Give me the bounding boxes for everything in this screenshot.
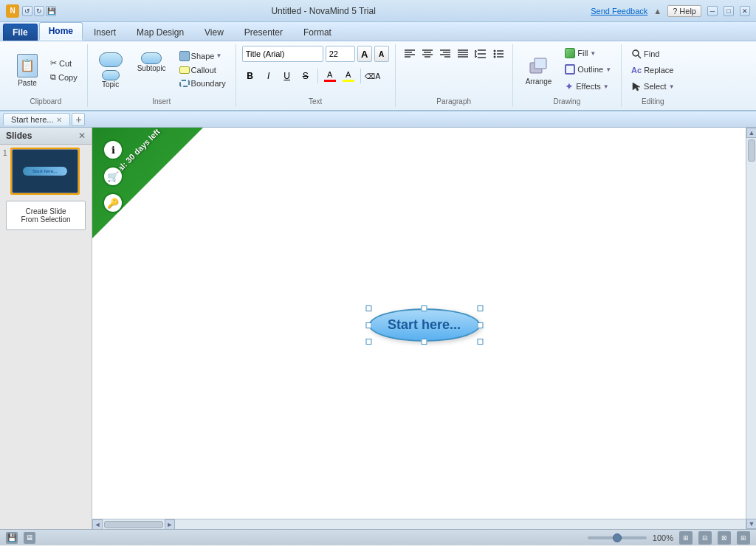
save-status-icon[interactable]: 💾: [6, 532, 18, 544]
handle-top-left[interactable]: [365, 305, 371, 311]
scroll-right-arrow[interactable]: ►: [165, 519, 175, 530]
tab-file[interactable]: File: [3, 24, 38, 41]
boundary-label: Boundary: [191, 79, 226, 88]
handle-mid-right[interactable]: [477, 322, 483, 328]
send-feedback-link[interactable]: Send Feedback: [591, 7, 647, 15]
find-label: Find: [644, 49, 659, 58]
tab-map-design[interactable]: Map Design: [127, 24, 193, 41]
arrange-button[interactable]: Arrange: [519, 46, 559, 94]
shape-callout-boundary: Shape ▼ Callout Boundary: [176, 49, 230, 89]
callout-button[interactable]: Callout: [176, 64, 230, 76]
zoom-thumb[interactable]: [613, 533, 622, 542]
strikethrough-button[interactable]: S: [298, 68, 314, 84]
tab-format[interactable]: Format: [294, 24, 341, 41]
handle-mid-left[interactable]: [365, 322, 371, 328]
tab-presenter[interactable]: Presenter: [235, 24, 292, 41]
view-icon-3[interactable]: ⊞: [737, 531, 750, 545]
highlight-color-button[interactable]: A: [340, 68, 357, 84]
h-scroll-inner: ◄ ►: [92, 519, 746, 529]
underline-button[interactable]: U: [279, 68, 295, 84]
effects-button[interactable]: ✦ Effects ▼: [561, 78, 615, 94]
node-ellipse[interactable]: Start here...: [368, 308, 480, 342]
bold-button[interactable]: B: [242, 68, 258, 84]
paste-button[interactable]: 📋 Paste: [10, 50, 44, 91]
slide-thumb-1: Start here...: [12, 149, 78, 193]
undo-button[interactable]: ↺: [22, 6, 32, 16]
cut-button[interactable]: ✂ Cut: [47, 57, 81, 69]
clipboard-group: 📋 Paste ✂ Cut ⧉ Copy Clipboard: [4, 44, 88, 107]
justify-button[interactable]: [455, 46, 471, 62]
handle-top-right[interactable]: [477, 305, 483, 311]
minimize-button[interactable]: ─: [707, 6, 718, 16]
outline-button[interactable]: Outline ▼: [561, 62, 615, 77]
size-select[interactable]: 22: [326, 46, 355, 62]
text-label: Text: [309, 94, 322, 106]
scroll-down-arrow[interactable]: ▼: [746, 519, 756, 529]
italic-button[interactable]: I: [261, 68, 277, 84]
doc-tab-close-icon[interactable]: ✕: [56, 116, 62, 124]
zoom-slider[interactable]: [588, 536, 647, 539]
subtopic-button[interactable]: Subtopic: [132, 49, 171, 75]
align-right-button[interactable]: [437, 46, 453, 62]
find-button[interactable]: Find: [628, 46, 678, 61]
tab-view[interactable]: View: [195, 24, 233, 41]
scroll-left-arrow[interactable]: ◄: [92, 519, 103, 530]
shrink-font-button[interactable]: A: [374, 46, 389, 62]
restore-button[interactable]: □: [724, 6, 734, 16]
paste-label: Paste: [18, 79, 37, 87]
trial-cart-icon[interactable]: 🛒: [103, 166, 123, 187]
close-button[interactable]: ✕: [740, 6, 750, 16]
help-button[interactable]: ? Help: [667, 5, 701, 17]
trial-key-icon[interactable]: 🔑: [103, 193, 123, 213]
vertical-scrollbar[interactable]: ▲ ▼: [746, 128, 756, 529]
horizontal-scroll-thumb[interactable]: [104, 521, 163, 528]
slides-close-button[interactable]: ✕: [78, 131, 86, 141]
shape-dropdown-arrow: ▼: [216, 52, 221, 59]
handle-bot-left[interactable]: [365, 339, 371, 345]
tab-home[interactable]: Home: [39, 22, 83, 41]
boundary-button[interactable]: Boundary: [176, 77, 230, 89]
vertical-scroll-thumb[interactable]: [748, 139, 755, 162]
doc-tab-start-here[interactable]: Start here... ✕: [3, 113, 70, 125]
topic-button[interactable]: Topic: [94, 49, 128, 91]
clear-format-button[interactable]: ⌫A: [365, 68, 381, 84]
central-node[interactable]: Start here...: [368, 308, 480, 342]
new-tab-button[interactable]: +: [72, 113, 85, 126]
canvas-wrapper[interactable]: Trial: 30 days left ℹ 🛒 🔑 Start here...: [92, 128, 756, 529]
view-icon-1[interactable]: ⊟: [698, 531, 712, 545]
font-select[interactable]: Title (Arial): [242, 46, 323, 62]
scroll-up-arrow[interactable]: ▲: [746, 128, 756, 138]
horizontal-scrollbar[interactable]: ◄ ►: [92, 519, 746, 529]
select-button[interactable]: Select ▼: [628, 79, 678, 94]
handle-bot-right[interactable]: [477, 339, 483, 345]
bullets-button[interactable]: [490, 46, 506, 62]
handle-bot-mid[interactable]: [421, 339, 427, 345]
shape-button[interactable]: Shape ▼: [176, 49, 230, 63]
zoom-fit-icon[interactable]: ⊞: [679, 531, 693, 545]
font-color-button[interactable]: A: [322, 68, 338, 84]
trial-banner: Trial: 30 days left ℹ 🛒 🔑: [92, 128, 218, 253]
fill-button[interactable]: Fill ▼: [561, 46, 615, 61]
effects-label: Effects: [576, 82, 600, 91]
insert-label: Insert: [152, 94, 171, 106]
slide-number-1: 1: [3, 148, 7, 157]
save-button[interactable]: 💾: [46, 6, 56, 16]
divider1: [317, 69, 318, 83]
title-bar-left: N ↺ ↻ 💾: [6, 4, 56, 18]
create-slide-button[interactable]: Create SlideFrom Selection: [6, 201, 86, 230]
grow-font-button[interactable]: A: [357, 46, 372, 62]
boundary-icon: [179, 80, 190, 87]
trial-info-icon[interactable]: ℹ: [103, 139, 123, 160]
line-spacing-button[interactable]: [472, 46, 489, 62]
handle-top-mid[interactable]: [421, 305, 427, 311]
slide-item-1[interactable]: Start here...: [10, 148, 80, 195]
monitor-icon[interactable]: 🖥: [24, 532, 35, 544]
align-center-button[interactable]: [419, 46, 436, 62]
editing-content: Find Ac Replace Select ▼: [628, 46, 678, 94]
redo-button[interactable]: ↻: [34, 6, 44, 16]
align-left-button[interactable]: [402, 46, 418, 62]
replace-button[interactable]: Ac Replace: [628, 63, 678, 77]
tab-insert[interactable]: Insert: [84, 24, 126, 41]
view-icon-2[interactable]: ⊠: [718, 531, 731, 545]
copy-button[interactable]: ⧉ Copy: [47, 71, 81, 83]
